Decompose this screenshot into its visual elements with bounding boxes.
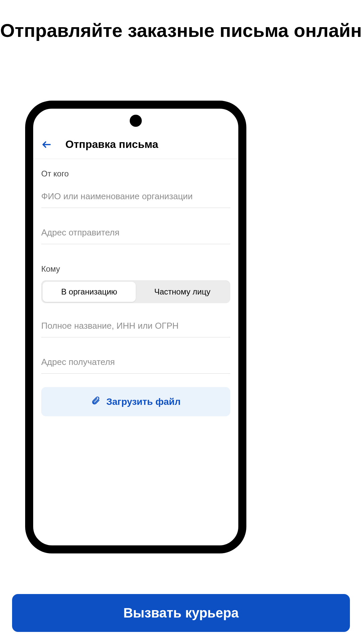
upload-file-button[interactable]: Загрузить файл bbox=[41, 387, 230, 416]
form-area: От кого Кому В организацию Частному лицу bbox=[33, 159, 238, 416]
recipient-org-input[interactable] bbox=[41, 315, 230, 337]
recipient-address-input[interactable] bbox=[41, 351, 230, 374]
sender-address-input[interactable] bbox=[41, 221, 230, 244]
sender-name-input[interactable] bbox=[41, 185, 230, 208]
paperclip-icon bbox=[91, 396, 100, 408]
app-screen: Отправка письма От кого Кому В организац… bbox=[33, 132, 238, 545]
tab-organization[interactable]: В организацию bbox=[43, 282, 136, 302]
promo-title: Отправляйте заказные письма онлайн bbox=[0, 18, 362, 43]
call-courier-button[interactable]: Вызвать курьера bbox=[12, 594, 350, 632]
back-arrow-icon[interactable] bbox=[41, 139, 52, 150]
recipient-type-segmented: В организацию Частному лицу bbox=[41, 280, 230, 303]
tab-person[interactable]: Частному лицу bbox=[136, 282, 229, 302]
recipient-group-label: Кому bbox=[41, 264, 230, 274]
appbar-title: Отправка письма bbox=[65, 138, 158, 151]
app-bar: Отправка письма bbox=[33, 132, 238, 159]
phone-frame: Отправка письма От кого Кому В организац… bbox=[25, 101, 246, 553]
camera-notch bbox=[130, 115, 142, 127]
upload-file-label: Загрузить файл bbox=[106, 396, 181, 407]
sender-group-label: От кого bbox=[41, 169, 230, 178]
